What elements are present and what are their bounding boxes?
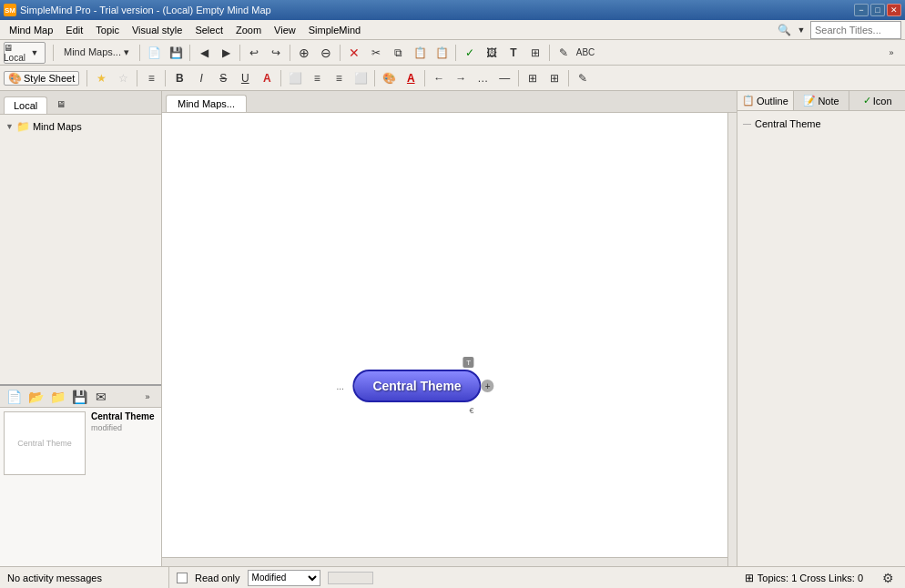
- window-title: SimpleMind Pro - Trial version - (Local)…: [20, 5, 271, 15]
- zoom-in-btn[interactable]: ⊕: [294, 43, 314, 63]
- menu-edit[interactable]: Edit: [60, 23, 88, 37]
- undo-btn[interactable]: ↩: [244, 43, 264, 63]
- save-file-btn[interactable]: 💾: [69, 387, 89, 407]
- close-button[interactable]: ✕: [887, 4, 901, 16]
- central-node[interactable]: ... T Central Theme + €: [352, 370, 481, 402]
- search-dropdown-btn[interactable]: ▼: [796, 20, 807, 40]
- preview-thumbnail[interactable]: Central Theme: [4, 411, 86, 475]
- open-file-btn[interactable]: 📂: [25, 387, 46, 407]
- right-tab-icon[interactable]: ✓ Icon: [849, 91, 905, 110]
- folder-btn[interactable]: 📁: [47, 387, 67, 407]
- copy-btn[interactable]: ⧉: [388, 43, 408, 63]
- node-right-handle[interactable]: +: [482, 380, 494, 392]
- menu-mindmap[interactable]: Mind Map: [4, 23, 58, 37]
- new-doc-btn[interactable]: 📄: [144, 43, 164, 63]
- table-btn[interactable]: ⊞: [525, 43, 545, 63]
- status-settings-btn[interactable]: ⚙: [878, 568, 898, 588]
- paste2-btn[interactable]: 📋: [432, 43, 452, 63]
- eraser-btn[interactable]: ✎: [573, 68, 593, 88]
- border-btn[interactable]: ⬜: [351, 68, 371, 88]
- icon-label: Icon: [873, 96, 892, 106]
- email-btn[interactable]: ✉: [91, 387, 111, 407]
- right-tab-note[interactable]: 📝 Note: [794, 91, 850, 110]
- text-btn[interactable]: T: [503, 43, 524, 63]
- node-top-handle[interactable]: T: [463, 357, 474, 368]
- outline-icon: 📋: [742, 95, 755, 106]
- underline-btn[interactable]: U: [235, 68, 255, 88]
- sidebar-expand-btn[interactable]: »: [137, 387, 158, 407]
- font-color-btn[interactable]: A: [257, 68, 277, 88]
- status-dropdown[interactable]: Modified: [248, 570, 320, 586]
- list2-btn[interactable]: ≡: [329, 68, 349, 88]
- spellcheck-btn[interactable]: ABC: [575, 43, 595, 63]
- menu-zoom[interactable]: Zoom: [230, 23, 267, 37]
- paste-btn[interactable]: 📋: [410, 43, 430, 63]
- dots-btn[interactable]: …: [473, 68, 493, 88]
- tree-arrow: ▼: [5, 122, 14, 131]
- node-container[interactable]: ... T Central Theme + €: [352, 370, 481, 402]
- menu-select[interactable]: Select: [189, 23, 229, 37]
- canvas-tab-mindmaps[interactable]: Mind Maps...: [166, 95, 247, 112]
- sep5: [290, 45, 290, 61]
- outline-item[interactable]: — Central Theme: [743, 117, 900, 131]
- check-btn[interactable]: ✓: [460, 43, 480, 63]
- star2-btn[interactable]: ☆: [113, 68, 133, 88]
- minimize-button[interactable]: −: [854, 4, 869, 16]
- local-tab-btn[interactable]: Local: [4, 96, 47, 114]
- shape-btn[interactable]: ⬜: [285, 68, 305, 88]
- bold-btn[interactable]: B: [169, 68, 189, 88]
- node-label[interactable]: Central Theme: [352, 370, 481, 402]
- arrow-left-btn[interactable]: ←: [429, 68, 449, 88]
- maximize-button[interactable]: □: [870, 4, 885, 16]
- strike-btn[interactable]: S: [213, 68, 233, 88]
- local-arrow-btn[interactable]: ▼: [25, 43, 45, 63]
- redo-btn[interactable]: ↪: [266, 43, 286, 63]
- menu-view[interactable]: View: [269, 23, 301, 37]
- sep-t2-2: [137, 70, 137, 86]
- image-btn[interactable]: 🖼: [482, 43, 502, 63]
- nav-fwd-btn[interactable]: ▶: [216, 43, 236, 63]
- mindmaps-btn[interactable]: Mind Maps... ▾: [57, 43, 136, 63]
- list-btn[interactable]: ≡: [307, 68, 327, 88]
- node-dots-handle[interactable]: ...: [336, 381, 343, 391]
- line-btn[interactable]: —: [494, 68, 514, 88]
- italic-btn[interactable]: I: [191, 68, 211, 88]
- menu-visualstyle[interactable]: Visual style: [127, 23, 188, 37]
- sidebar-nav-btn[interactable]: 🖥: [51, 94, 71, 114]
- left-sidebar: Local 🖥 ▼ 📁 Mind Maps 📄 📂 📁 💾 ✉ »: [0, 91, 162, 566]
- align-btn[interactable]: ≡: [141, 68, 161, 88]
- star1-btn[interactable]: ★: [91, 68, 111, 88]
- main-inner: ... T Central Theme + €: [162, 113, 727, 566]
- readonly-checkbox[interactable]: [177, 573, 188, 583]
- delete-btn[interactable]: ✕: [344, 43, 364, 63]
- tree-label-mindmaps: Mind Maps: [33, 121, 82, 132]
- folder-icon: 📁: [16, 120, 30, 133]
- table2-btn[interactable]: ⊞: [544, 68, 564, 88]
- v-scrollbar[interactable]: [727, 113, 737, 566]
- zoom-out-btn[interactable]: ⊖: [316, 43, 336, 63]
- sidebar-preview: Central Theme Central Theme modified: [0, 408, 161, 566]
- right-tab-outline[interactable]: 📋 Outline: [737, 91, 794, 110]
- fill-color-btn[interactable]: 🎨: [379, 68, 399, 88]
- text-color-btn[interactable]: A: [401, 68, 421, 88]
- save-btn[interactable]: 💾: [166, 43, 186, 63]
- pen-btn[interactable]: ✎: [554, 43, 574, 63]
- menu-simplemind[interactable]: SimpleMind: [303, 23, 366, 37]
- toolbar-expand-btn[interactable]: »: [881, 43, 901, 63]
- arrow-right-btn[interactable]: →: [451, 68, 471, 88]
- search-input[interactable]: [810, 21, 901, 39]
- cut-btn[interactable]: ✂: [366, 43, 386, 63]
- new-file-btn[interactable]: 📄: [4, 387, 24, 407]
- status-middle: Read only Modified: [177, 570, 453, 586]
- nav-back-btn[interactable]: ◀: [194, 43, 214, 63]
- node-link-handle[interactable]: €: [470, 406, 474, 415]
- sep4: [239, 45, 240, 61]
- h-scrollbar[interactable]: [162, 557, 727, 566]
- local-tab[interactable]: 🖥 Local: [5, 43, 25, 63]
- menu-topic[interactable]: Topic: [90, 23, 125, 37]
- search-icon-btn[interactable]: 🔍: [776, 22, 792, 38]
- canvas-area[interactable]: ... T Central Theme + €: [162, 113, 727, 557]
- tree-item-mindmaps[interactable]: ▼ 📁 Mind Maps: [4, 118, 158, 135]
- grid-btn[interactable]: ⊞: [523, 68, 543, 88]
- sep-t2-8: [568, 70, 569, 86]
